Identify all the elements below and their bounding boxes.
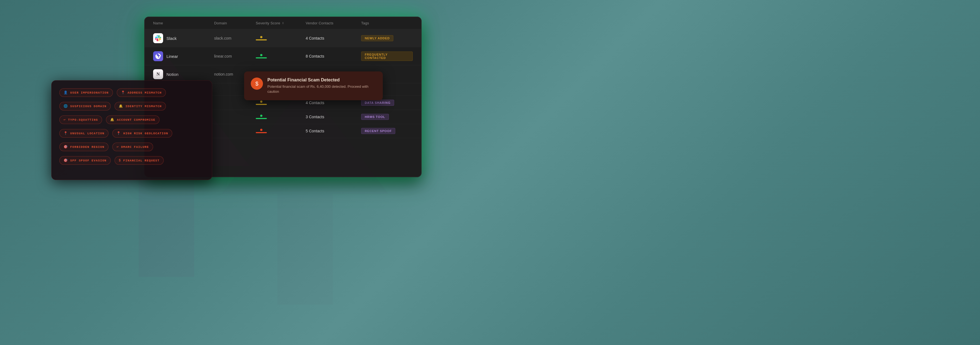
vendor-name-cell: Linear	[153, 51, 214, 61]
linear-icon	[153, 51, 163, 61]
contacts-linear: 8 Contacts	[305, 54, 361, 59]
location-icon: 📍	[121, 90, 126, 95]
vendor-name-slack: Slack	[166, 36, 177, 41]
table-row[interactable]: Linear linear.com 8 Contacts FREQUENTLY …	[145, 47, 421, 65]
tags-row-5: 🎯 FORBIDDEN REGION ↩ DMARC FAILURE	[59, 142, 204, 151]
risk-tags-panel: 👤 USER IMPERSONATION 📍 ADDRESS MISMATCH …	[51, 80, 212, 180]
user-icon: 👤	[64, 90, 68, 95]
tags-row-1: 👤 USER IMPERSONATION 📍 ADDRESS MISMATCH	[59, 88, 204, 97]
domain-slack: slack.com	[214, 36, 256, 40]
risk-tag-address-mismatch[interactable]: 📍 ADDRESS MISMATCH	[117, 88, 166, 97]
risk-tag-dmarc-failure[interactable]: ↩ DMARC FAILURE	[112, 142, 153, 151]
domain-linear: linear.com	[214, 54, 256, 59]
risk-tag-label: HIGH RISK GEOLOCATION	[123, 132, 168, 135]
risk-tag-high-risk-geolocation[interactable]: 📍 HIGH RISK GEOLOCATION	[112, 129, 172, 138]
geo-icon: 📍	[116, 131, 121, 135]
notification-body: Potential financial scam of Rs. 6,40,000…	[267, 84, 376, 94]
severity-row7	[256, 129, 305, 133]
col-header-domain: Domain	[214, 21, 256, 25]
tag-recent-spoof: RECENT SPOOF	[361, 128, 395, 134]
vendor-name-linear: Linear	[166, 54, 178, 59]
location-pin-icon: 📍	[64, 131, 68, 135]
risk-tag-label: TYPO-SQUATTING	[68, 118, 98, 122]
risk-tag-suspicious-domain[interactable]: 🌐 SUSPICIOUS DOMAIN	[59, 102, 111, 111]
tags-row-4: 📍 UNUSUAL LOCATION 📍 HIGH RISK GEOLOCATI…	[59, 129, 204, 138]
vendor-name-notion: Notion	[166, 72, 178, 77]
spf-icon: 🎯	[64, 158, 68, 163]
risk-tag-label: ADDRESS MISMATCH	[127, 91, 162, 94]
dollar-sign-icon: $	[255, 81, 258, 87]
contacts-row6: 3 Contacts	[305, 115, 361, 119]
col-header-severity[interactable]: Severity Score ⇕	[256, 21, 305, 25]
compromise-icon: 🔔	[110, 118, 115, 122]
tags-linear: FREQUENTLY CONTACTED	[361, 52, 413, 61]
severity-label: Severity Score	[256, 21, 280, 25]
risk-tag-label: USER IMPERSONATION	[70, 91, 109, 94]
tags-row5: DATA SHARING	[361, 100, 413, 106]
risk-tag-label: FINANCIAL REQUEST	[123, 159, 159, 162]
risk-tag-label: SPF SPOOF EVASION	[70, 159, 107, 162]
contacts-row7: 5 Contacts	[305, 129, 361, 133]
severity-slack	[256, 36, 305, 40]
risk-tag-label: ACCOUNT COMPROMISE	[117, 118, 155, 122]
table-header: Name Domain Severity Score ⇕ Vendor Cont…	[145, 17, 421, 29]
tag-hrms-tool: HRMS TOOL	[361, 114, 389, 120]
tags-row-6: 🎯 SPF SPOOF EVASION $ FINANCIAL REQUEST	[59, 156, 204, 165]
financial-icon: $	[119, 159, 121, 163]
risk-tag-typo-squatting[interactable]: ↩ TYPO-SQUATTING	[59, 116, 102, 124]
risk-tag-identity-mismatch[interactable]: 🔔 IDENTITY MISMATCH	[115, 102, 166, 111]
risk-tag-label: IDENTITY MISMATCH	[126, 104, 162, 108]
col-header-tags: Tags	[361, 21, 413, 25]
typo-icon: ↩	[64, 118, 66, 122]
slack-icon	[153, 33, 163, 43]
notification-title: Potential Financial Scam Detected	[267, 78, 376, 82]
risk-tag-account-compromise[interactable]: 🔔 ACCOUNT COMPROMISE	[106, 116, 159, 124]
risk-tag-unusual-location[interactable]: 📍 UNUSUAL LOCATION	[59, 129, 108, 138]
severity-linear	[256, 54, 305, 59]
col-header-name: Name	[153, 21, 214, 25]
vendor-name-cell: N Notion	[153, 69, 214, 79]
bell-icon: 🔔	[119, 104, 123, 108]
risk-tag-financial-request[interactable]: $ FINANCIAL REQUEST	[115, 156, 164, 165]
risk-tag-spf-spoof-evasion[interactable]: 🎯 SPF SPOOF EVASION	[59, 156, 111, 165]
notification-icon: $	[251, 78, 263, 90]
tag-newly-added: NEWLY ADDED	[361, 35, 393, 41]
severity-row5	[256, 101, 305, 105]
notion-icon: N	[153, 69, 163, 79]
tags-row6: HRMS TOOL	[361, 114, 413, 120]
notification-card: $ Potential Financial Scam Detected Pote…	[244, 71, 383, 100]
tags-row7: RECENT SPOOF	[361, 128, 413, 134]
tag-data-sharing: DATA SHARING	[361, 100, 394, 106]
contacts-slack: 4 Contacts	[305, 36, 361, 40]
tags-row-2: 🌐 SUSPICIOUS DOMAIN 🔔 IDENTITY MISMATCH	[59, 102, 204, 111]
tags-row-3: ↩ TYPO-SQUATTING 🔔 ACCOUNT COMPROMISE	[59, 116, 204, 124]
notification-content: Potential Financial Scam Detected Potent…	[267, 78, 376, 94]
contacts-row5: 4 Contacts	[305, 101, 361, 105]
globe-icon: 🌐	[64, 104, 68, 108]
table-row[interactable]: Slack slack.com 4 Contacts NEWLY ADDED	[145, 29, 421, 47]
risk-tag-label: UNUSUAL LOCATION	[70, 132, 104, 135]
risk-tag-user-impersonation[interactable]: 👤 USER IMPERSONATION	[59, 88, 113, 97]
vendor-name-cell: Slack	[153, 33, 214, 43]
severity-row6	[256, 115, 305, 119]
col-header-contacts: Vendor Contacts	[305, 21, 361, 25]
sort-icon: ⇕	[282, 22, 284, 25]
risk-tag-forbidden-region[interactable]: 🎯 FORBIDDEN REGION	[59, 142, 108, 151]
tag-frequently-contacted: FREQUENTLY CONTACTED	[361, 52, 413, 61]
dmarc-icon: ↩	[116, 145, 119, 149]
risk-tag-label: DMARC FAILURE	[121, 146, 149, 149]
risk-tag-label: SUSPICIOUS DOMAIN	[70, 104, 107, 108]
risk-tag-label: FORBIDDEN REGION	[70, 146, 104, 149]
tags-slack: NEWLY ADDED	[361, 35, 413, 41]
forbidden-icon: 🎯	[64, 145, 68, 149]
